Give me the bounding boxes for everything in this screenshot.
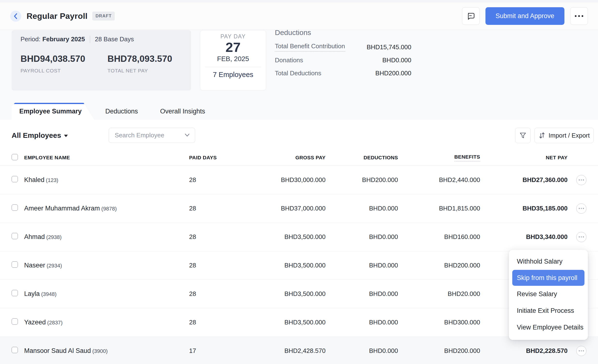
gross-pay-cell: BHD2,428.570 [217, 347, 325, 355]
import-export-label: Import / Export [548, 132, 590, 139]
deduction-label: Total Benefit Contribution [275, 42, 345, 52]
table-row[interactable]: Mansoor Saud Al Saud(3900)17BHD2,428.570… [0, 337, 598, 364]
pay-day-card: PAY DAY 27 FEB, 2025 7 Employees [200, 30, 266, 90]
row-checkbox[interactable] [12, 233, 18, 239]
column-paid-days: PAID DAYS [189, 155, 217, 161]
benefits-cell: BHD1,815.000 [398, 205, 480, 212]
row-actions-button[interactable] [576, 175, 586, 185]
caret-down-icon [64, 135, 68, 137]
deductions-cell: BHD0.000 [325, 319, 398, 326]
pay-day-label: PAY DAY [200, 33, 266, 40]
deductions-cell: BHD200.000 [325, 176, 398, 184]
row-checkbox[interactable] [12, 347, 18, 353]
gross-pay-cell: BHD3,500.000 [217, 262, 325, 269]
deduction-row: Total Benefit ContributionBHD15,745.000 [275, 40, 411, 54]
benefits-cell: BHD200.000 [398, 262, 480, 269]
table-row[interactable]: Layla(3948)28BHD3,500.000BHD0.000BHD20.0… [0, 280, 598, 308]
benefits-cell: BHD20.000 [398, 290, 480, 298]
deductions-rows: Total Benefit ContributionBHD15,745.000D… [275, 40, 411, 80]
table-row[interactable]: Khaled(123)28BHD30,000.000BHD200.000BHD2… [0, 166, 598, 194]
net-pay-cell: BHD2,228.570 [480, 347, 568, 355]
table-row[interactable]: Ameer Muhammad Akram(9878)28BHD37,000.00… [0, 194, 598, 223]
import-export-arrows-icon [538, 131, 546, 139]
select-all-checkbox[interactable] [12, 154, 18, 160]
benefits-cell: BHD300.000 [398, 319, 480, 326]
more-options-button[interactable] [570, 7, 588, 25]
table-row[interactable]: Yazeed(2837)28BHD3,500.000BHD0.000BHD300… [0, 308, 598, 337]
row-checkbox[interactable] [12, 176, 18, 182]
tab-overall-insights[interactable]: Overall Insights [149, 103, 216, 120]
employee-name-cell: Ahmad(2938) [24, 233, 189, 241]
pay-day-date: 27 [200, 40, 266, 55]
deductions-panel: Deductions Total Benefit ContributionBHD… [275, 30, 411, 80]
menu-item-withhold-salary[interactable]: Withhold Salary [509, 253, 588, 270]
deductions-cell: BHD0.000 [325, 262, 398, 269]
table-row[interactable]: Naseer(2934)28BHD3,500.000BHD0.000BHD200… [0, 251, 598, 280]
search-employee-wrap [109, 128, 195, 143]
column-gross-pay: GROSS PAY [217, 155, 325, 161]
row-context-menu: Withhold SalarySkip from this payrollRev… [509, 250, 588, 340]
payroll-cost-value: BHD94,038.570 [21, 54, 108, 64]
employee-name-cell: Layla(3948) [24, 290, 189, 298]
gross-pay-cell: BHD3,500.000 [217, 319, 325, 326]
column-employee-name: EMPLOYEE NAME [24, 155, 189, 161]
benefits-cell: BHD200.000 [398, 347, 480, 355]
tab-employee-summary[interactable]: Employee Summary [12, 103, 94, 120]
benefits-cell: BHD2,440.000 [398, 176, 480, 184]
deductions-cell: BHD0.000 [325, 290, 398, 298]
pay-day-month-year: FEB, 2025 [200, 55, 266, 63]
payroll-summary-card: Period: February 2025 28 Base Days BHD94… [12, 30, 191, 90]
top-strip [0, 0, 598, 2]
row-checkbox[interactable] [12, 204, 18, 211]
net-pay-cell: BHD3,340.000 [480, 233, 568, 241]
period-label: Period: [21, 35, 40, 43]
divider [90, 36, 90, 43]
submit-and-approve-button[interactable]: Submit and Approve [485, 7, 565, 25]
paid-days-cell: 28 [189, 176, 217, 184]
period-value: February 2025 [42, 35, 85, 43]
deductions-cell: BHD0.000 [325, 205, 398, 212]
row-actions-button[interactable] [576, 203, 586, 214]
deductions-cell: BHD0.000 [325, 233, 398, 241]
tab-deductions[interactable]: Deductions [94, 103, 149, 120]
net-pay-cell: BHD35,185.000 [480, 205, 568, 212]
column-deductions: DEDUCTIONS [325, 155, 398, 161]
paid-days-cell: 28 [189, 205, 217, 212]
deduction-value: BHD15,745.000 [367, 43, 411, 51]
gross-pay-cell: BHD30,000.000 [217, 176, 325, 184]
menu-item-initiate-exit-process[interactable]: Initiate Exit Process [509, 302, 588, 319]
base-days: 28 Base Days [95, 35, 134, 43]
table-body: Khaled(123)28BHD30,000.000BHD200.000BHD2… [0, 166, 598, 364]
row-actions-button[interactable] [576, 346, 586, 356]
table-row[interactable]: Ahmad(2938)28BHD3,500.000BHD0.000BHD160.… [0, 223, 598, 251]
menu-item-view-employee-details[interactable]: View Employee Details [509, 319, 588, 336]
column-benefits: BENEFITS [398, 154, 480, 162]
row-checkbox[interactable] [12, 261, 18, 268]
import-export-button[interactable]: Import / Export [534, 128, 594, 143]
paid-days-cell: 28 [189, 319, 217, 326]
deduction-value: BHD0.000 [382, 57, 411, 64]
chevron-left-icon [13, 13, 18, 20]
table-header: EMPLOYEE NAME PAID DAYS GROSS PAY DEDUCT… [0, 150, 598, 166]
menu-item-revise-salary[interactable]: Revise Salary [509, 286, 588, 302]
deductions-heading: Deductions [275, 30, 411, 37]
benefits-cell: BHD160.000 [398, 233, 480, 241]
menu-item-skip-from-this-payroll[interactable]: Skip from this payroll [512, 270, 584, 286]
row-checkbox[interactable] [12, 290, 18, 296]
back-button[interactable] [10, 11, 21, 22]
net-pay-cell: BHD27,360.000 [480, 176, 568, 184]
filter-button[interactable] [515, 128, 531, 143]
row-actions-button[interactable] [576, 232, 586, 242]
status-badge: DRAFT [92, 12, 115, 21]
tabs: Employee SummaryDeductionsOverall Insigh… [12, 103, 216, 120]
page-header: Regular Payroll DRAFT Submit and Approve [0, 3, 598, 30]
search-employee-input[interactable] [109, 128, 195, 143]
employee-name-cell: Khaled(123) [24, 176, 189, 184]
comments-button[interactable] [462, 7, 480, 25]
employee-filter-dropdown[interactable]: All Employees [12, 128, 68, 143]
paid-days-cell: 28 [189, 233, 217, 241]
employee-filter-label: All Employees [12, 131, 61, 139]
paid-days-cell: 28 [189, 290, 217, 298]
ellipsis-icon [575, 15, 583, 17]
row-checkbox[interactable] [12, 318, 18, 325]
